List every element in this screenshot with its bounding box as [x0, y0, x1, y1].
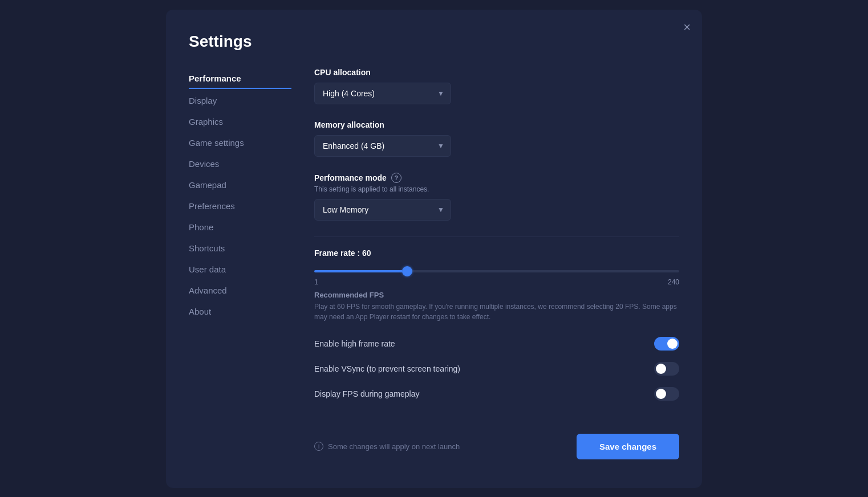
frame-rate-slider[interactable] [314, 270, 679, 272]
toggle-display-fps-thumb [656, 389, 666, 399]
performance-mode-subtitle: This setting is applied to all instances… [314, 185, 679, 193]
performance-mode-label-row: Performance mode ? [314, 173, 679, 183]
sidebar-item-preferences[interactable]: Preferences [189, 195, 291, 217]
toggle-high-frame-rate-label: Enable high frame rate [314, 339, 395, 348]
toggle-vsync: Enable VSync (to prevent screen tearing) [314, 356, 679, 381]
fps-note-title: Recommended FPS [314, 291, 679, 299]
slider-max: 240 [668, 278, 679, 286]
sidebar: Performance Display Graphics Game settin… [189, 68, 303, 488]
footer-note: i Some changes will apply on next launch [314, 442, 460, 451]
toggle-display-fps-label: Display FPS during gameplay [314, 389, 419, 398]
performance-mode-select[interactable]: Low Memory Balanced High Performance [314, 199, 451, 221]
divider-1 [314, 237, 679, 237]
memory-allocation-label: Memory allocation [314, 120, 679, 129]
footer-info-icon: i [314, 442, 323, 451]
cpu-allocation-label: CPU allocation [314, 68, 679, 77]
frame-rate-slider-container [314, 264, 679, 275]
toggle-high-frame-rate: Enable high frame rate [314, 331, 679, 356]
sidebar-item-gamepad[interactable]: Gamepad [189, 174, 291, 195]
fps-note-text: Play at 60 FPS for smooth gameplay. If y… [314, 302, 679, 322]
footer: i Some changes will apply on next launch… [314, 422, 679, 476]
performance-mode-select-wrapper: Low Memory Balanced High Performance ▼ [314, 199, 451, 221]
sidebar-item-performance[interactable]: Performance [189, 68, 291, 89]
toggle-display-fps-switch[interactable] [654, 387, 679, 401]
sidebar-item-about[interactable]: About [189, 301, 291, 322]
performance-mode-section: Performance mode ? This setting is appli… [314, 173, 679, 221]
sidebar-item-phone[interactable]: Phone [189, 217, 291, 238]
frame-rate-section: Frame rate : 60 1 240 Recommended FPS Pl… [314, 248, 679, 406]
memory-allocation-section: Memory allocation Standard (2 GB) Enhanc… [314, 120, 679, 157]
sidebar-item-display[interactable]: Display [189, 90, 291, 111]
modal-body: Performance Display Graphics Game settin… [189, 68, 679, 488]
toggle-display-fps: Display FPS during gameplay [314, 381, 679, 406]
cpu-allocation-select[interactable]: Low (1 Core) Medium (2 Cores) High (4 Co… [314, 83, 451, 104]
footer-note-text: Some changes will apply on next launch [328, 442, 460, 451]
modal-title: Settings [189, 32, 679, 51]
save-changes-button[interactable]: Save changes [577, 434, 679, 459]
performance-mode-help-icon[interactable]: ? [391, 173, 401, 183]
memory-allocation-select[interactable]: Standard (2 GB) Enhanced (4 GB) High (6 … [314, 135, 451, 157]
slider-min: 1 [314, 278, 318, 286]
slider-range: 1 240 [314, 278, 679, 286]
toggle-high-frame-rate-switch[interactable] [654, 337, 679, 351]
frame-rate-label: Frame rate : 60 [314, 248, 679, 258]
cpu-allocation-section: CPU allocation Low (1 Core) Medium (2 Co… [314, 68, 679, 104]
cpu-allocation-select-wrapper: Low (1 Core) Medium (2 Cores) High (4 Co… [314, 83, 451, 104]
settings-modal: Settings × Performance Display Graphics … [166, 10, 702, 488]
toggle-vsync-switch[interactable] [654, 362, 679, 376]
close-button[interactable]: × [683, 21, 691, 34]
sidebar-item-advanced[interactable]: Advanced [189, 280, 291, 301]
sidebar-item-user-data[interactable]: User data [189, 259, 291, 280]
toggle-high-frame-rate-thumb [667, 339, 678, 349]
toggle-vsync-thumb [656, 364, 666, 374]
performance-mode-label-text: Performance mode [314, 173, 387, 182]
toggle-vsync-label: Enable VSync (to prevent screen tearing) [314, 364, 460, 373]
content-area: CPU allocation Low (1 Core) Medium (2 Co… [303, 68, 679, 488]
sidebar-item-graphics[interactable]: Graphics [189, 111, 291, 132]
sidebar-item-devices[interactable]: Devices [189, 153, 291, 174]
sidebar-item-game-settings[interactable]: Game settings [189, 132, 291, 153]
memory-allocation-select-wrapper: Standard (2 GB) Enhanced (4 GB) High (6 … [314, 135, 451, 157]
sidebar-item-shortcuts[interactable]: Shortcuts [189, 238, 291, 259]
